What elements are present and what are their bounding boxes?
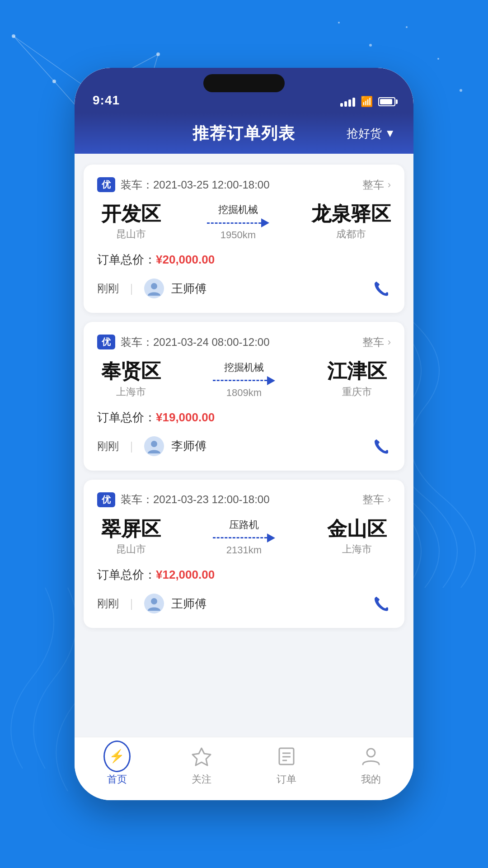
call-button-2[interactable] xyxy=(369,593,391,614)
route-0: 开发区 昆山市 挖掘机械 1950km 龙泉驿区 成都市 xyxy=(97,203,391,241)
price-row-1: 订单总价：¥19,000.00 xyxy=(97,410,391,425)
route-arrow-2 xyxy=(213,533,275,542)
page-title: 推荐订单列表 xyxy=(192,123,296,145)
nav-item-home[interactable]: ⚡ 首页 xyxy=(90,743,144,786)
svg-point-18 xyxy=(151,441,157,447)
orders-list: 优 装车：2021-03-25 12:00-18:00 整车 › 开发区 昆山市… xyxy=(75,154,413,737)
route-arrow-1 xyxy=(213,376,275,385)
svg-point-11 xyxy=(369,44,372,47)
badge-you-0: 优 xyxy=(97,177,115,192)
from-location-2: 翠屏区 昆山市 xyxy=(97,518,165,556)
nav-label-orders: 订单 xyxy=(277,773,296,786)
order-card-1[interactable]: 优 装车：2021-03-24 08:00-12:00 整车 › 奉贤区 上海市… xyxy=(84,322,404,470)
route-1: 奉贤区 上海市 挖掘机械 1809km 江津区 重庆市 xyxy=(97,360,391,398)
filter-label: 抢好货 xyxy=(347,126,382,142)
card-type-2: 整车 › xyxy=(362,492,391,507)
svg-point-19 xyxy=(151,598,157,604)
to-location-0: 龙泉驿区 成都市 xyxy=(311,203,391,241)
nav-item-orders[interactable]: 订单 xyxy=(259,743,314,786)
filter-icon: ▼ xyxy=(385,127,395,140)
driver-name-0: 王师傅 xyxy=(171,281,206,297)
svg-point-12 xyxy=(406,26,408,28)
svg-point-8 xyxy=(156,52,160,56)
from-location-0: 开发区 昆山市 xyxy=(97,203,165,241)
mine-icon-wrap xyxy=(357,743,385,770)
route-middle-2: 压路机 2131km xyxy=(165,518,323,556)
nav-item-follow[interactable]: 关注 xyxy=(174,743,229,786)
svg-point-10 xyxy=(52,80,56,83)
card-type-0: 整车 › xyxy=(362,178,391,192)
wifi-icon: 📶 xyxy=(361,96,373,108)
order-card-0[interactable]: 优 装车：2021-03-25 12:00-18:00 整车 › 开发区 昆山市… xyxy=(84,165,404,313)
status-bar: 9:41 📶 xyxy=(75,68,413,113)
follow-icon-wrap xyxy=(188,743,215,770)
price-row-0: 订单总价：¥20,000.00 xyxy=(97,252,391,268)
driver-row-1: 刚刚 ｜ 李师傅 xyxy=(97,435,391,457)
driver-name-1: 李师傅 xyxy=(171,438,206,454)
route-middle-1: 挖掘机械 1809km xyxy=(165,361,323,399)
signal-icon xyxy=(340,97,355,107)
nav-label-mine: 我的 xyxy=(361,773,381,786)
time-ago-0: 刚刚 xyxy=(97,281,119,296)
route-middle-0: 挖掘机械 1950km xyxy=(165,203,311,241)
time-ago-2: 刚刚 xyxy=(97,596,119,611)
svg-point-14 xyxy=(338,22,340,24)
call-button-0[interactable] xyxy=(369,278,391,299)
order-card-2[interactable]: 优 装车：2021-03-23 12:00-18:00 整车 › 翠屏区 昆山市… xyxy=(84,480,404,628)
svg-point-17 xyxy=(151,283,157,289)
driver-row-0: 刚刚 ｜ 王师傅 xyxy=(97,278,391,299)
follow-icon xyxy=(191,745,212,767)
orders-icon-wrap xyxy=(273,743,300,770)
chevron-icon-0: › xyxy=(388,179,391,191)
to-location-1: 江津区 重庆市 xyxy=(323,360,391,398)
route-2: 翠屏区 昆山市 压路机 2131km 金山区 上海市 xyxy=(97,518,391,556)
load-time-0: 装车：2021-03-25 12:00-18:00 xyxy=(121,178,270,192)
nav-label-follow: 关注 xyxy=(192,773,211,786)
price-row-2: 订单总价：¥12,000.00 xyxy=(97,567,391,583)
driver-avatar-1 xyxy=(144,436,164,456)
svg-line-3 xyxy=(14,36,54,81)
badge-you-1: 优 xyxy=(97,335,115,349)
driver-row-2: 刚刚 ｜ 王师傅 xyxy=(97,593,391,614)
price-value-2: ¥12,000.00 xyxy=(156,568,215,581)
filter-button[interactable]: 抢好货 ▼ xyxy=(347,126,395,142)
svg-point-25 xyxy=(367,749,375,757)
load-time-1: 装车：2021-03-24 08:00-12:00 xyxy=(121,335,270,349)
card-top-2: 优 装车：2021-03-23 12:00-18:00 整车 › xyxy=(97,492,391,507)
app-header: 推荐订单列表 抢好货 ▼ xyxy=(75,113,413,154)
nav-item-mine[interactable]: 我的 xyxy=(344,743,398,786)
price-value-0: ¥20,000.00 xyxy=(156,253,215,266)
driver-avatar-2 xyxy=(144,594,164,613)
battery-icon xyxy=(378,97,395,106)
svg-point-13 xyxy=(437,58,439,60)
card-type-1: 整车 › xyxy=(362,335,391,349)
call-button-1[interactable] xyxy=(369,435,391,457)
badge-you-2: 优 xyxy=(97,492,115,507)
from-location-1: 奉贤区 上海市 xyxy=(97,360,165,398)
svg-point-15 xyxy=(460,89,462,92)
home-icon: ⚡ xyxy=(103,741,131,772)
svg-line-0 xyxy=(14,36,90,90)
driver-name-2: 王师傅 xyxy=(171,596,206,612)
home-icon-wrap: ⚡ xyxy=(103,743,131,770)
bottom-navigation: ⚡ 首页 关注 订单 xyxy=(75,737,413,800)
driver-avatar-0 xyxy=(144,278,164,298)
orders-icon xyxy=(276,745,297,767)
status-icons: 📶 xyxy=(340,96,395,108)
notch xyxy=(203,74,285,92)
svg-point-6 xyxy=(12,34,15,38)
svg-marker-20 xyxy=(192,748,211,765)
to-location-2: 金山区 上海市 xyxy=(323,518,391,556)
route-arrow-0 xyxy=(207,218,269,227)
card-top-1: 优 装车：2021-03-24 08:00-12:00 整车 › xyxy=(97,335,391,349)
card-top-0: 优 装车：2021-03-25 12:00-18:00 整车 › xyxy=(97,177,391,192)
mine-icon xyxy=(360,745,382,767)
chevron-icon-1: › xyxy=(388,336,391,348)
nav-label-home: 首页 xyxy=(107,773,127,786)
price-value-1: ¥19,000.00 xyxy=(156,410,215,424)
time-ago-1: 刚刚 xyxy=(97,439,119,453)
status-time: 9:41 xyxy=(93,93,120,108)
chevron-icon-2: › xyxy=(388,494,391,505)
load-time-2: 装车：2021-03-23 12:00-18:00 xyxy=(121,492,270,507)
phone-shell: 9:41 📶 推荐订单列表 抢好货 ▼ 优 装车：2 xyxy=(75,68,413,800)
